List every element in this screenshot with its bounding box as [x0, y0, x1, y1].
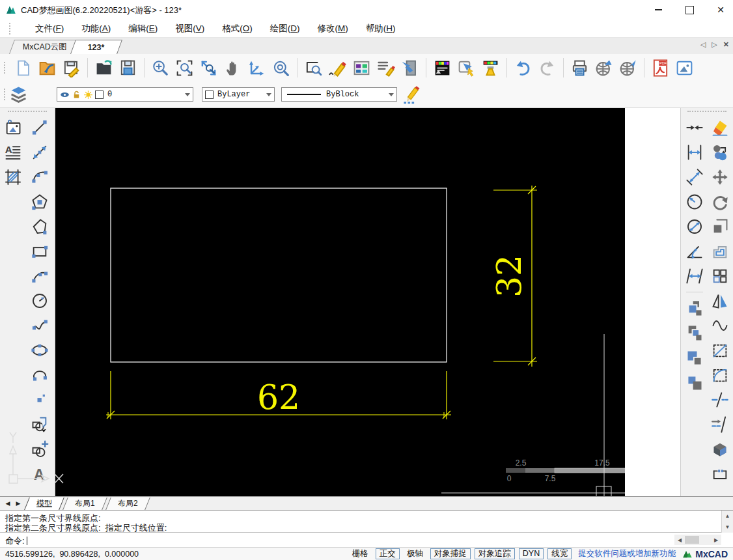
- menu-item-v[interactable]: 视图(V): [175, 23, 204, 35]
- menu-item-f[interactable]: 文件(F): [35, 23, 64, 35]
- feedback-link[interactable]: 提交软件问题或增加新功能: [578, 548, 676, 559]
- open-folder-icon[interactable]: [93, 57, 115, 79]
- new-file-icon[interactable]: [12, 57, 34, 79]
- rotate-icon[interactable]: [710, 191, 730, 212]
- zoom-circle-icon[interactable]: [270, 57, 292, 79]
- axes-icon[interactable]: [246, 57, 268, 79]
- status-toggle-极轴[interactable]: 极轴: [404, 548, 426, 559]
- format-painter-icon[interactable]: [480, 57, 501, 79]
- find-select-icon[interactable]: [303, 57, 324, 79]
- status-toggle-线宽[interactable]: 线宽: [547, 548, 572, 559]
- maximize-button[interactable]: [680, 4, 699, 16]
- curve-icon[interactable]: [710, 315, 730, 335]
- layers-button[interactable]: [8, 84, 29, 105]
- status-toggle-栅格[interactable]: 栅格: [349, 548, 372, 559]
- pan-icon[interactable]: [222, 57, 243, 79]
- layout-tab-3[interactable]: 布局2: [105, 497, 150, 510]
- dim-diameter-icon[interactable]: [684, 216, 704, 236]
- chamfer-icon[interactable]: [710, 340, 730, 360]
- scroll-left-icon[interactable]: ◀: [674, 537, 685, 543]
- tab-close-icon[interactable]: ✕: [723, 40, 729, 49]
- close-button[interactable]: ✕: [711, 4, 730, 16]
- lock-icon: [72, 90, 81, 100]
- palette-icon[interactable]: [351, 57, 372, 79]
- pdf-export-icon[interactable]: PDF: [650, 57, 671, 79]
- status-toggle-对象追踪[interactable]: 对象追踪: [475, 548, 515, 559]
- command-prompt[interactable]: 命令:: [5, 535, 27, 547]
- status-toggle-对象捕捉[interactable]: 对象捕捉: [430, 548, 471, 559]
- layout-tab-2[interactable]: 布局1: [62, 497, 107, 510]
- draw-pencil-button[interactable]: [401, 84, 422, 105]
- divider: [0, 532, 721, 533]
- page-export-icon[interactable]: [399, 57, 421, 79]
- order-back-icon[interactable]: [684, 323, 704, 343]
- menu-item-d[interactable]: 绘图(D): [270, 23, 300, 35]
- doc-tab-1[interactable]: MxCAD云图: [9, 40, 81, 54]
- coordinates-readout: 4516.599126, 90.896428, 0.000000: [5, 550, 139, 559]
- open-drawing-icon[interactable]: [36, 57, 58, 79]
- copy-icon[interactable]: [710, 142, 730, 162]
- move-icon[interactable]: [710, 167, 730, 187]
- command-vertical-scrollbar[interactable]: ▲ ▼: [721, 511, 733, 533]
- layout-tab-1[interactable]: 模型: [24, 497, 64, 510]
- zoom-in-icon[interactable]: [150, 57, 171, 79]
- pencil-draw-icon[interactable]: [327, 57, 348, 79]
- order-above-icon[interactable]: [684, 348, 704, 368]
- zoom-extents-icon[interactable]: [198, 57, 219, 79]
- scale-icon[interactable]: [710, 216, 730, 236]
- linetype-select[interactable]: ByBlock: [281, 87, 397, 102]
- image-export-icon[interactable]: [674, 57, 695, 79]
- order-front-icon[interactable]: [684, 298, 704, 318]
- chevron-down-icon: [266, 93, 271, 96]
- dim-aligned-icon[interactable]: [684, 167, 704, 187]
- offset-icon[interactable]: [710, 241, 730, 261]
- save-icon[interactable]: [61, 57, 82, 79]
- dim-converge-icon[interactable]: [684, 117, 704, 137]
- redo-icon[interactable]: [536, 57, 558, 79]
- tab-next-icon[interactable]: ▷: [712, 40, 717, 49]
- text-edit-icon[interactable]: [375, 57, 396, 79]
- dim-angular-icon[interactable]: [684, 241, 704, 261]
- menu-item-a[interactable]: 功能(A): [81, 23, 111, 35]
- erase-icon[interactable]: [710, 117, 730, 137]
- command-window[interactable]: 指定第一条尺寸界线原点: 指定第二条尺寸界线原点: 指定尺寸线位置: 命令: ▲…: [0, 510, 733, 547]
- status-toggle-DYN[interactable]: DYN: [519, 548, 544, 559]
- menu-item-o[interactable]: 格式(O): [222, 23, 253, 35]
- menu-item-h[interactable]: 帮助(H): [366, 23, 396, 35]
- extend-icon[interactable]: [710, 414, 730, 434]
- web-open-icon[interactable]: [617, 57, 639, 79]
- menu-item-e[interactable]: 编辑(E): [128, 23, 158, 35]
- color-select[interactable]: ByLayer: [202, 87, 275, 102]
- mirror-icon[interactable]: [710, 290, 730, 311]
- undo-icon[interactable]: [512, 57, 534, 79]
- command-horizontal-scrollbar[interactable]: ◀ ▶: [674, 535, 721, 545]
- scrollbar-thumb[interactable]: [685, 536, 699, 544]
- layer-panel-icon[interactable]: [432, 57, 453, 79]
- break-icon[interactable]: [710, 389, 730, 410]
- order-below-icon[interactable]: [684, 372, 704, 393]
- zoom-window-icon[interactable]: [174, 57, 195, 79]
- dim-baseline-icon[interactable]: [684, 266, 704, 286]
- minimize-button[interactable]: [648, 4, 668, 16]
- print-icon[interactable]: [569, 57, 590, 79]
- doc-tab-2[interactable]: 123*: [70, 40, 122, 54]
- region-icon[interactable]: [710, 464, 730, 484]
- save-as-icon[interactable]: [117, 57, 139, 79]
- box-3d-icon[interactable]: [710, 439, 730, 459]
- layout-prev-icon[interactable]: ◀: [3, 498, 13, 509]
- fillet-icon[interactable]: [710, 365, 730, 385]
- status-toggle-正交[interactable]: 正交: [376, 548, 400, 559]
- dim-radius-icon[interactable]: [684, 191, 704, 212]
- layer-select[interactable]: 0: [57, 87, 193, 102]
- dim-linear-icon[interactable]: [684, 142, 704, 162]
- scroll-down-icon[interactable]: ▼: [722, 522, 733, 533]
- scroll-up-icon[interactable]: ▲: [722, 511, 733, 522]
- drawing-canvas[interactable]: 62 32 2.5 17.5 0 7.5: [0, 108, 625, 496]
- array-icon[interactable]: [710, 266, 730, 286]
- select-flash-icon[interactable]: [456, 57, 477, 79]
- layout-next-icon[interactable]: ▶: [13, 498, 23, 509]
- tab-prev-icon[interactable]: ◁: [700, 40, 706, 49]
- scroll-right-icon[interactable]: ▶: [711, 537, 721, 543]
- web-publish-icon[interactable]: [593, 57, 615, 79]
- menu-item-m[interactable]: 修改(M): [318, 23, 348, 35]
